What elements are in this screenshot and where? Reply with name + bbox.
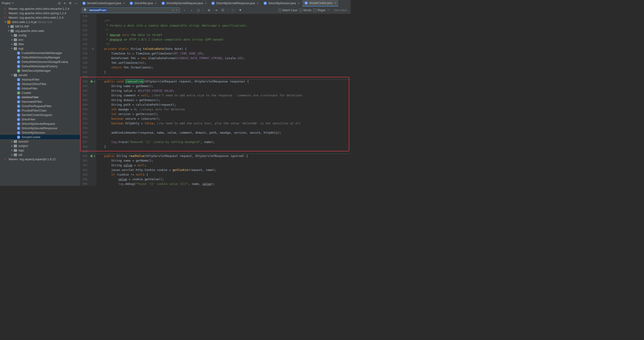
code-line[interactable]: TimeZone tz = TimeZone.getTimeZone(GMT_T… — [97, 51, 351, 56]
tree-item[interactable]: config — [0, 33, 80, 38]
tab-ShiroHttpServletRequest-java[interactable]: CShiroHttpServletRequest.java× — [159, 0, 209, 6]
code-line[interactable] — [97, 74, 351, 79]
tree-item[interactable]: CShiroHttpServletResponse — [0, 126, 80, 130]
line-number[interactable]: 354 — [82, 126, 88, 130]
line-number[interactable]: 358 — [82, 144, 88, 149]
line-number[interactable]: 342 — [82, 70, 88, 74]
tree-item[interactable]: IWebSecurityManager — [0, 68, 80, 73]
tree-item[interactable]: CNameableFilter — [0, 100, 80, 104]
line-number[interactable]: 361 — [82, 158, 88, 163]
close-icon[interactable]: × — [155, 2, 157, 5]
line-number[interactable]: 339 — [82, 56, 88, 60]
line-number[interactable]: 331 — [82, 19, 88, 23]
code-line[interactable]: /** — [97, 19, 351, 23]
line-number[interactable]: 359 — [82, 149, 88, 154]
tab-ShiroFilter-java[interactable]: CShiroFilter.java× — [127, 0, 159, 6]
toggle-2-icon[interactable]: ☑ — [220, 8, 225, 12]
tab-ShiroHttpServletResponse-java[interactable]: CShiroHttpServletResponse.java× — [209, 0, 261, 6]
tree-item[interactable]: ⬡Maven: org.apache.shiro:shiro-ehcache:1… — [0, 6, 80, 11]
line-number[interactable]: 363 — [82, 168, 88, 172]
tree-item[interactable]: tags — [0, 148, 80, 152]
collapse-icon[interactable]: ≑ — [62, 1, 67, 6]
line-number[interactable]: 337 — [82, 46, 88, 51]
line-number[interactable]: 357 — [82, 140, 88, 144]
words-checkbox[interactable] — [299, 8, 302, 12]
tree-item[interactable]: CShiroHttpServletRequest — [0, 122, 80, 126]
tree-item[interactable]: CCookieRememberMeManager — [0, 51, 80, 55]
hide-icon[interactable]: — — [74, 1, 78, 6]
close-icon[interactable]: × — [123, 2, 125, 5]
line-number[interactable]: 348 — [82, 98, 88, 102]
line-number[interactable]: 335 — [82, 37, 88, 42]
code-line[interactable]: } — [97, 70, 351, 74]
regex-option[interactable]: Regex — [313, 8, 326, 12]
next-match-icon[interactable]: ↓ — [189, 8, 194, 12]
line-number[interactable]: 345 — [82, 84, 88, 88]
line-number[interactable]: 366 — [82, 182, 88, 186]
code-line[interactable]: * — [97, 28, 351, 32]
tree-item[interactable]: CDefaultWebSubjectFactory — [0, 64, 80, 68]
code-line[interactable]: String comment = null; //don't need to a… — [97, 93, 351, 98]
project-tool-label[interactable]: Project — [2, 2, 10, 5]
line-number[interactable]: 336 — [82, 42, 88, 46]
code-line[interactable]: return fmt.format(date); — [97, 65, 351, 70]
tree-item[interactable]: ICookie — [0, 90, 80, 95]
code-line[interactable]: String value = DELETED_COOKIE_VALUE; — [97, 88, 351, 93]
tree-item[interactable]: ⬡Maven: org.apache.shiro:shiro-spring:1.… — [0, 11, 80, 15]
match-case-checkbox[interactable] — [278, 8, 282, 12]
code-line[interactable]: public void removeFrom(HttpServletReques… — [97, 79, 351, 84]
gutter-mark[interactable]: @ — [90, 79, 96, 84]
line-number[interactable]: 355 — [82, 130, 88, 135]
tree-item[interactable]: CProxiedFilterChain — [0, 108, 80, 113]
tree-item[interactable]: session — [0, 139, 80, 144]
line-number[interactable]: 334 — [82, 32, 88, 37]
tree-item[interactable]: ⬡Maven: org.aspectj:aspectjrt:1.6.12 — [0, 157, 80, 162]
code-line[interactable]: } — [97, 144, 351, 149]
chevron-down-icon[interactable] — [12, 2, 14, 4]
line-number[interactable]: 362 — [82, 163, 88, 168]
gutter-mark[interactable]: @ — [90, 46, 96, 51]
tree-item[interactable]: util — [0, 152, 80, 157]
line-number[interactable]: 351 — [82, 112, 88, 116]
line-number[interactable]: 333 — [82, 28, 88, 32]
tab-ServletContextSupport-java[interactable]: CServletContextSupport.java× — [80, 0, 127, 6]
gear-icon[interactable]: ⚙ — [68, 1, 73, 6]
code-line[interactable] — [97, 126, 351, 130]
code-line[interactable] — [97, 135, 351, 140]
line-number[interactable]: 349 — [82, 102, 88, 107]
tree-item[interactable]: shiro-web-1.2.4.jarlibrary root — [0, 20, 80, 24]
history-icon[interactable]: ↻ — [172, 8, 174, 12]
line-number[interactable]: 330 — [82, 14, 88, 19]
code-line[interactable]: value = cookie.getValue(); — [97, 177, 351, 182]
tree-item[interactable]: CAbstractFilter — [0, 77, 80, 82]
regex-checkbox[interactable] — [313, 8, 316, 12]
tree-item[interactable]: CIniShiroFilter — [0, 95, 80, 100]
tree-item[interactable]: subject — [0, 144, 80, 148]
code-line[interactable] — [97, 149, 351, 154]
line-number[interactable]: 338 — [82, 51, 88, 56]
tree-item[interactable]: CAbstractShiroFilter — [0, 82, 80, 86]
line-number[interactable]: 346 — [82, 88, 88, 93]
tab-ShiroHttpSession-java[interactable]: CShiroHttpSession.java× — [261, 0, 302, 6]
line-number[interactable]: 360 — [82, 154, 88, 158]
tree-item[interactable]: servlet — [0, 73, 80, 77]
filter-settings-icon[interactable]: ⬚ — [231, 8, 236, 12]
code-line[interactable]: * Formats a date into a cookie date comp… — [97, 23, 351, 28]
line-number[interactable]: 343 — [82, 74, 88, 79]
code-line[interactable]: boolean secure = isSecure(); — [97, 116, 351, 121]
line-number[interactable]: 364 — [82, 172, 88, 177]
line-number[interactable]: 350 — [82, 107, 88, 112]
line-number[interactable]: 353 — [82, 121, 88, 126]
search-input[interactable]: 🔍 removeFrom ↻ ✕ — [82, 8, 180, 13]
line-number[interactable]: 365 — [82, 177, 88, 182]
code-line[interactable]: log.trace("Removed '{}' cookie by settin… — [97, 140, 351, 144]
add-selection-icon[interactable]: ⊕ — [206, 8, 211, 12]
tree-item[interactable]: CDefaultWebSecurityManager — [0, 55, 80, 60]
line-number[interactable]: 352 — [82, 116, 88, 121]
tree-item[interactable]: CShiroHttpSession — [0, 130, 80, 135]
line-number[interactable]: 356 — [82, 135, 88, 140]
code-line[interactable]: String domain = getDomain(); — [97, 98, 351, 102]
code-line[interactable]: String path = calculatePath(request); — [97, 102, 351, 107]
gutter-mark[interactable]: @ — [90, 154, 96, 158]
code-line[interactable]: DateFormat fmt = new SimpleDateFormat(CO… — [97, 56, 351, 60]
